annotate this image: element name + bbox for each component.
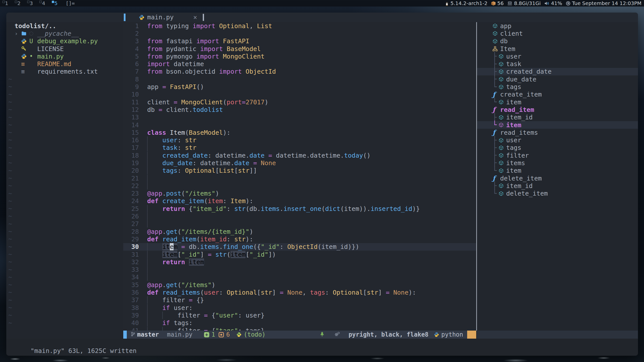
symbol-label: user	[506, 137, 521, 144]
outline-item-create_item[interactable]: ƒcreate_item	[477, 91, 638, 98]
code-line[interactable]: 40▏ if tags:	[123, 319, 476, 327]
code-line[interactable]: 10	[123, 91, 476, 98]
code-line[interactable]: 36def read_items(user: Optional[str] = N…	[123, 289, 476, 296]
code-line[interactable]: 18▏ created_date: datetime.date = dateti…	[123, 152, 476, 159]
command-line[interactable]: "main.py" 63L, 1625C written	[6, 339, 638, 356]
code-line[interactable]: 20▏ tags: Optional[List[str]]	[123, 167, 476, 174]
symbol-label: item	[506, 167, 521, 174]
code-line[interactable]: 1from typing import Optional, List	[123, 22, 476, 30]
outline-item-task[interactable]: ├task	[477, 60, 638, 68]
code-line[interactable]: 28@app.get("/items/{item_id}")	[123, 228, 476, 235]
symbol-label: due_date	[506, 76, 536, 83]
outline-item-item[interactable]: └item	[477, 98, 638, 106]
outline-item-Item[interactable]: Item	[477, 45, 638, 53]
outline-item-app[interactable]: app	[477, 22, 638, 30]
python-icon	[236, 332, 242, 337]
outline-item-items[interactable]: ├items	[477, 159, 638, 167]
git-branch-icon	[131, 331, 135, 338]
tab-label[interactable]: main.py	[147, 14, 174, 21]
file-item-README.md[interactable]: ≡README.md	[6, 60, 123, 68]
code-editor[interactable]: 1from typing import Optional, List23from…	[123, 22, 476, 331]
tilde-marker: ~	[6, 75, 123, 83]
outline-item-delete_item[interactable]: ƒdelete_item	[477, 174, 638, 182]
outline-item-item_id[interactable]: ├item_id	[477, 114, 638, 121]
code-line[interactable]: 25▏ return {"item_id": str(db.items.inse…	[123, 205, 476, 212]
code-line[interactable]: 14	[123, 121, 476, 129]
code-line[interactable]: 23@app.post("/items")	[123, 190, 476, 197]
code-line[interactable]: 9app = FastAPI()	[123, 83, 476, 90]
code-line[interactable]: 38▏ if user:	[123, 304, 476, 311]
wm-status-bar: 12345 []= 5.14.2-arch1-2 56 8.8Gi/31Gi 4…	[0, 0, 644, 7]
outline-item-user[interactable]: ├user	[477, 136, 638, 144]
code-line[interactable]: 24def create_item(item: Item):	[123, 197, 476, 205]
code-line[interactable]: 39▏ ▏ filter = {"user": user}	[123, 311, 476, 319]
outline-item-item_id[interactable]: ├item_id	[477, 182, 638, 190]
file-item-debug_example.py[interactable]: Udebug_example.py	[6, 37, 123, 45]
line-number: 32	[123, 258, 141, 266]
line-number: 26	[123, 213, 141, 220]
git-added-count: 1	[212, 331, 215, 338]
code-line[interactable]: 8	[123, 75, 476, 83]
function-icon: ƒ	[493, 129, 495, 136]
line-number: 41	[123, 327, 141, 331]
code-line[interactable]: 31▏ item["_id"] = str(item["_id"])	[123, 251, 476, 258]
outline-item-due_date[interactable]: ├due_date	[477, 75, 638, 83]
code-lines: 1from typing import Optional, List23from…	[123, 22, 476, 331]
outline-item-user[interactable]: ├user	[477, 53, 638, 60]
workspace-button-2[interactable]: 2	[12, 0, 25, 7]
code-line[interactable]: 17▏ task: str	[123, 144, 476, 152]
function-icon: ƒ	[493, 174, 495, 182]
code-line[interactable]: 34▏	[123, 274, 476, 281]
outline-item-item[interactable]: └item	[477, 167, 638, 174]
file-item-LICENSE[interactable]: LICENSE	[6, 45, 123, 53]
tilde-marker: ~	[6, 251, 123, 258]
code-line[interactable]: 3from fastapi import FastAPI	[123, 37, 476, 45]
code-line[interactable]: 37▏ filter = {}	[123, 296, 476, 304]
code-line[interactable]: 19▏ due_date: datetime.date = None	[123, 159, 476, 167]
workspace-button-3[interactable]: 3	[25, 0, 37, 7]
code-line[interactable]: 21▏	[123, 174, 476, 182]
code-line[interactable]: 11client = MongoClient(port=27017)	[123, 98, 476, 106]
outline-item-tags[interactable]: ├tags	[477, 144, 638, 152]
outline-item-item[interactable]: └item	[477, 121, 638, 129]
code-line[interactable]: 6import datetime	[123, 60, 476, 68]
outline-item-read_item[interactable]: ƒread_item	[477, 106, 638, 113]
code-line[interactable]: 27▏	[123, 220, 476, 228]
tree-connector: └	[493, 121, 499, 129]
workspace-button-5[interactable]: 5	[49, 0, 62, 7]
file-item-__pycache__[interactable]: ›__pycache__	[6, 30, 123, 37]
code-line[interactable]: 35@app.get("/items")	[123, 281, 476, 289]
code-line[interactable]: 41▏ ▏ filter = {"tags": tags}	[123, 327, 476, 331]
code-line[interactable]: 29def read_item(item_id: str):	[123, 235, 476, 243]
code-line[interactable]: 22▏	[123, 182, 476, 190]
code-line[interactable]: 32▏ return item	[123, 258, 476, 266]
code-line[interactable]: 12db = client.todolist	[123, 106, 476, 113]
outline-item-created_date[interactable]: ├created_date	[477, 68, 638, 75]
outline-item-db[interactable]: db	[477, 37, 638, 45]
outline-item-read_items[interactable]: ƒread_items	[477, 129, 638, 136]
code-line[interactable]: 7from bson.objectid import ObjectId	[123, 68, 476, 75]
tilde-marker: ~	[6, 266, 123, 274]
tree-root[interactable]: todolist/..	[6, 22, 123, 30]
tab-close-icon[interactable]: ×	[193, 14, 197, 21]
workspace-button-4[interactable]: 4	[37, 0, 49, 7]
code-text: ▏ task: str	[147, 144, 196, 151]
outline-item-client[interactable]: client	[477, 30, 638, 37]
outline-item-tags[interactable]: └tags	[477, 83, 638, 90]
tab-main-py[interactable]: main.py ×	[132, 13, 213, 22]
file-item-main.py[interactable]: •main.py	[6, 53, 123, 60]
file-item-requirements.txt[interactable]: ≡requirements.txt	[6, 68, 123, 75]
outline-item-delete_item[interactable]: └delete_item	[477, 190, 638, 197]
code-line[interactable]: 15class Item(BaseModel):	[123, 129, 476, 136]
workspace-button-1[interactable]: 1	[0, 0, 12, 7]
code-line[interactable]: 2	[123, 30, 476, 37]
code-line[interactable]: 4from pydantic import BaseModel	[123, 45, 476, 53]
code-line[interactable]: 33▏	[123, 266, 476, 274]
outline-item-filter[interactable]: ├filter	[477, 152, 638, 159]
code-line[interactable]: 26▏	[123, 212, 476, 220]
code-line[interactable]: 16▏ user: str	[123, 136, 476, 144]
code-line[interactable]: 5from pymongo import MongoClient	[123, 53, 476, 60]
code-line-cursor[interactable]: 30▏ item = db.items.find_one({"_id": Obj…	[123, 243, 476, 251]
code-line[interactable]: 13	[123, 114, 476, 121]
symbol-label: filter	[506, 152, 529, 159]
